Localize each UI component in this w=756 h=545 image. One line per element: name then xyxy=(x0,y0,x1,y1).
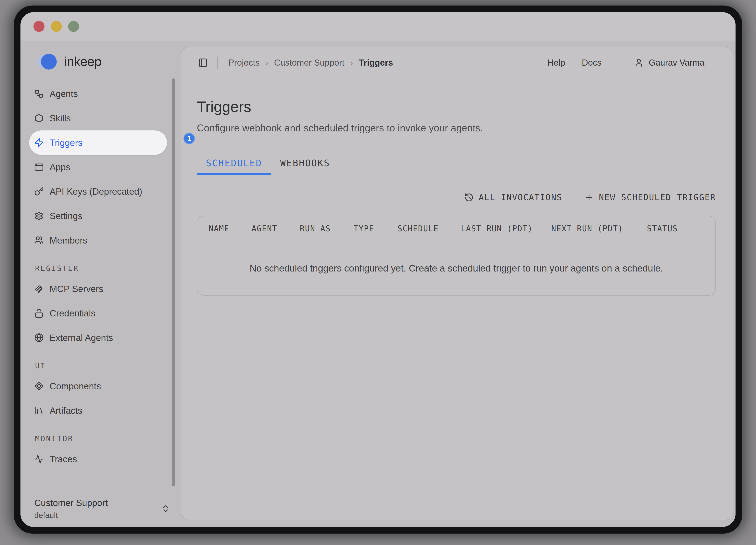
sidebar-item-label: Triggers xyxy=(50,137,82,148)
tab-webhooks[interactable]: WEBHOOKS xyxy=(271,158,339,174)
sidebar-item-label: Skills xyxy=(50,113,71,123)
column-header-run-as: RUN AS xyxy=(300,224,354,233)
sidebar-item-label: Artifacts xyxy=(50,405,82,416)
sidebar-scrollbar[interactable] xyxy=(172,78,175,486)
docs-link[interactable]: Docs xyxy=(582,58,601,68)
library-icon xyxy=(34,406,44,415)
step-badge: 1 xyxy=(183,133,195,144)
page-title: Triggers xyxy=(197,98,716,115)
sidebar-toggle-button[interactable] xyxy=(198,58,208,68)
page-description: Configure webhook and scheduled triggers… xyxy=(197,122,716,134)
column-header-schedule: SCHEDULE xyxy=(397,224,461,233)
user-icon xyxy=(634,58,644,67)
sidebar-item-label: External Agents xyxy=(50,333,113,343)
history-icon xyxy=(464,193,474,202)
sidebar-item-triggers[interactable]: Triggers xyxy=(29,130,167,155)
sidebar-section-ui: UI xyxy=(35,361,179,370)
new-scheduled-trigger-label: NEW SCHEDULED TRIGGER xyxy=(599,192,716,202)
sidebar-item-label: Apps xyxy=(50,162,70,172)
new-scheduled-trigger-button[interactable]: NEW SCHEDULED TRIGGER xyxy=(584,192,716,202)
zoom-button[interactable] xyxy=(68,21,79,32)
breadcrumb: Projects › Customer Support › Triggers xyxy=(228,58,393,68)
user-name: Gaurav Varma xyxy=(649,58,704,68)
panel-header: Projects › Customer Support › Triggers H… xyxy=(181,47,734,78)
breadcrumb-project[interactable]: Customer Support xyxy=(274,58,344,68)
gear-icon xyxy=(34,211,44,221)
sidebar-item-members[interactable]: Members xyxy=(29,228,167,252)
zap-icon xyxy=(34,138,44,147)
macos-titlebar xyxy=(20,12,736,41)
sidebar-item-artifacts[interactable]: Artifacts xyxy=(29,398,167,423)
column-header-type: TYPE xyxy=(354,224,397,233)
lock-icon xyxy=(34,309,44,318)
globe-icon xyxy=(34,333,44,343)
column-header-agent: AGENT xyxy=(252,224,300,233)
breadcrumb-projects[interactable]: Projects xyxy=(228,58,260,68)
mcp-icon xyxy=(34,284,44,294)
sidebar-item-label: Settings xyxy=(50,211,82,221)
sidebar-nav: Agents Skills Triggers xyxy=(29,82,179,471)
column-header-status: STATUS xyxy=(647,224,715,233)
hexagon-icon xyxy=(34,113,44,123)
project-environment: default xyxy=(34,511,161,520)
sidebar-item-label: Credentials xyxy=(50,308,95,319)
inkeep-logo-icon xyxy=(33,52,59,71)
sidebar-item-mcp-servers[interactable]: MCP Servers xyxy=(29,277,167,301)
app-window: inkeep Agents Sk xyxy=(14,6,742,534)
panel-left-icon xyxy=(198,58,208,68)
app-body: inkeep Agents Sk xyxy=(20,41,736,527)
action-bar: ALL INVOCATIONS NEW SCHEDULED TRIGGER xyxy=(197,192,716,202)
app-window-icon xyxy=(34,162,44,172)
column-header-last-run: LAST RUN (PDT) xyxy=(461,224,551,233)
page-content: Triggers Configure webhook and scheduled… xyxy=(181,78,734,520)
chevron-right-icon: › xyxy=(350,58,353,67)
triggers-table: NAME AGENT RUN AS TYPE SCHEDULE LAST RUN… xyxy=(197,216,716,296)
user-menu[interactable]: Gaurav Varma xyxy=(634,58,704,68)
sidebar-item-label: Agents xyxy=(50,88,78,99)
inkeep-logo[interactable]: inkeep xyxy=(33,52,179,71)
all-invocations-label: ALL INVOCATIONS xyxy=(479,192,562,202)
chevron-right-icon: › xyxy=(266,58,268,67)
sidebar-item-settings[interactable]: Settings xyxy=(29,204,167,228)
sidebar-item-components[interactable]: Components xyxy=(29,374,167,398)
close-button[interactable] xyxy=(33,21,44,32)
users-icon xyxy=(34,236,44,245)
sidebar-item-label: Components xyxy=(50,381,101,392)
sidebar-item-label: Members xyxy=(50,235,87,246)
sidebar-item-label: Traces xyxy=(50,454,77,464)
header-divider xyxy=(217,57,218,69)
tab-list: SCHEDULED WEBHOOKS xyxy=(197,158,716,174)
main-panel: Projects › Customer Support › Triggers H… xyxy=(181,47,734,520)
empty-state-message: No scheduled triggers configured yet. Cr… xyxy=(197,241,715,295)
component-icon xyxy=(34,382,44,391)
minimize-button[interactable] xyxy=(51,21,62,32)
sidebar-item-external-agents[interactable]: External Agents xyxy=(29,326,167,350)
sidebar-item-api-keys[interactable]: API Keys (Deprecated) xyxy=(29,179,167,204)
workflow-icon xyxy=(34,89,44,98)
key-icon xyxy=(34,187,44,196)
inkeep-logo-text: inkeep xyxy=(64,54,101,69)
window-content: inkeep Agents Sk xyxy=(20,12,736,527)
sidebar-section-register: REGISTER xyxy=(35,264,179,273)
sidebar-item-traces[interactable]: Traces xyxy=(29,447,167,471)
column-header-name: NAME xyxy=(197,224,252,233)
tab-scheduled[interactable]: SCHEDULED xyxy=(197,158,271,174)
activity-icon xyxy=(34,454,44,464)
breadcrumb-current: Triggers xyxy=(359,58,393,68)
screenshot-root: inkeep Agents Sk xyxy=(0,0,756,545)
sidebar-item-skills[interactable]: Skills xyxy=(29,106,167,130)
help-link[interactable]: Help xyxy=(547,58,565,68)
chevrons-up-down-icon xyxy=(161,504,170,513)
sidebar-section-monitor: MONITOR xyxy=(35,434,179,443)
sidebar-item-apps[interactable]: Apps xyxy=(29,155,167,179)
sidebar: inkeep Agents Sk xyxy=(20,41,179,527)
project-name: Customer Support xyxy=(34,498,161,508)
project-switcher[interactable]: Customer Support default xyxy=(34,498,170,520)
all-invocations-button[interactable]: ALL INVOCATIONS xyxy=(464,192,562,202)
sidebar-item-credentials[interactable]: Credentials xyxy=(29,301,167,326)
sidebar-item-label: MCP Servers xyxy=(50,284,103,294)
header-divider xyxy=(619,56,619,70)
plus-icon xyxy=(584,193,594,202)
table-header-row: NAME AGENT RUN AS TYPE SCHEDULE LAST RUN… xyxy=(197,216,715,241)
sidebar-item-agents[interactable]: Agents xyxy=(29,82,167,106)
